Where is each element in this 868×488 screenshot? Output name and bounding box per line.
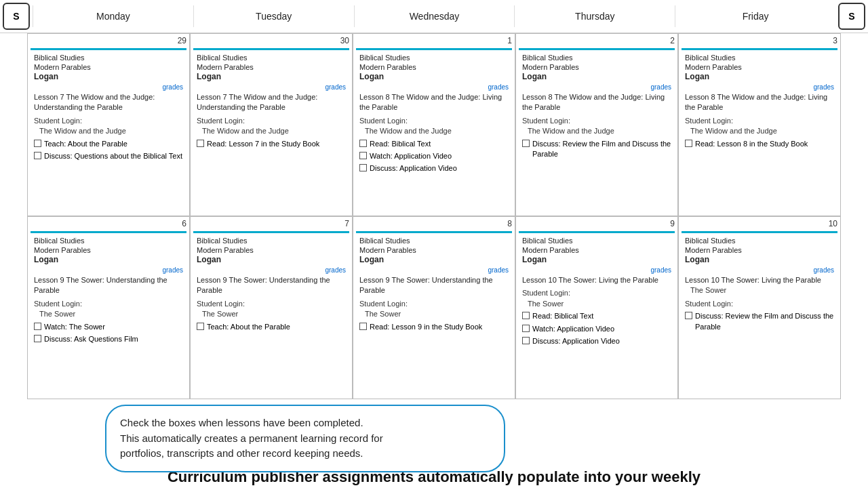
student-fri-w1: Logan: [685, 72, 709, 81]
grades-fri-w1[interactable]: grades: [813, 83, 834, 92]
checkbox-mon-w2-0[interactable]: [34, 323, 41, 330]
lesson-fri-w1: Lesson 8 The Widow and the Judge: Living…: [685, 92, 834, 113]
date-mon-w1: 29: [28, 34, 189, 47]
grades-tue-w2[interactable]: grades: [325, 266, 346, 275]
grades-tue-w1[interactable]: grades: [325, 83, 346, 92]
date-tue-w2: 7: [191, 217, 352, 230]
course-fri-w1: Biblical StudiesModern ParablesLogan: [685, 53, 834, 83]
lesson-fri-w2: Lesson 10 The Sower: Living the Parable: [685, 275, 834, 285]
week-2-days: 6 Biblical StudiesModern ParablesLogan g…: [27, 216, 841, 399]
login-label-fri-w2: Student Login:: [685, 299, 834, 309]
task-fri-w2-0: Discuss: Review the Film and Discuss the…: [685, 311, 834, 332]
date-thu-w2: 9: [516, 217, 677, 230]
thursday-header: Thursday: [514, 5, 675, 27]
grades-thu-w2[interactable]: grades: [650, 266, 671, 275]
task-thu-w2-1: Watch: Application Video: [522, 324, 671, 334]
cell-mon-w2: 6 Biblical StudiesModern ParablesLogan g…: [27, 216, 190, 399]
lesson-tue-w1: Lesson 7 The Widow and the Judge: Unders…: [197, 92, 346, 113]
grades-thu-w1[interactable]: grades: [650, 83, 671, 92]
course-fri-w2: Biblical StudiesModern ParablesLogan: [685, 236, 834, 266]
login-label-fri-w1: Student Login:: [685, 116, 834, 126]
grades-wed-w1[interactable]: grades: [488, 83, 509, 92]
checkbox-thu-w2-2[interactable]: [522, 337, 530, 344]
grades-mon-w2[interactable]: grades: [162, 266, 183, 275]
login-val-tue-w2: The Sower: [202, 309, 346, 319]
cell-mon-w1: 29 Biblical StudiesModern ParablesLogan …: [27, 33, 190, 216]
card-wed-w1: Biblical StudiesModern ParablesLogan gra…: [356, 48, 512, 177]
card-fri-w1: Biblical StudiesModern ParablesLogan gra…: [682, 48, 837, 152]
card-mon-w1: Biblical StudiesModern ParablesLogan gra…: [31, 48, 186, 165]
student-wed-w1: Logan: [359, 72, 384, 81]
checkbox-tue-w2-0[interactable]: [197, 323, 204, 330]
cell-wed-w2: 8 Biblical StudiesModern ParablesLogan g…: [353, 216, 515, 399]
student-thu-w1: Logan: [522, 72, 547, 81]
checkbox-fri-w1-0[interactable]: [685, 140, 692, 147]
date-thu-w1: 2: [516, 34, 677, 47]
card-thu-w1: Biblical StudiesModern ParablesLogan gra…: [519, 48, 675, 163]
checkbox-mon-w1-1[interactable]: [34, 152, 41, 159]
grades-mon-w1[interactable]: grades: [162, 83, 183, 92]
login-val-mon-w1: The Widow and the Judge: [39, 126, 183, 136]
checkbox-mon-w2-1[interactable]: [34, 335, 41, 342]
cell-tue-w1: 30 Biblical StudiesModern ParablesLogan …: [190, 33, 353, 216]
task-tue-w2-0: Teach: About the Parable: [197, 322, 346, 332]
checkbox-thu-w1-0[interactable]: [522, 140, 530, 147]
date-mon-w2: 6: [28, 217, 189, 230]
week-2: 6 Biblical StudiesModern ParablesLogan g…: [0, 216, 868, 399]
checkbox-thu-w2-1[interactable]: [522, 325, 530, 332]
date-wed-w2: 8: [353, 217, 515, 230]
login-label-tue-w1: Student Login:: [197, 116, 346, 126]
grades-fri-w2[interactable]: grades: [813, 266, 834, 275]
login-val-wed-w2: The Sower: [365, 309, 509, 319]
course-tue-w2: Biblical StudiesModern ParablesLogan: [197, 236, 346, 266]
course-wed-w2: Biblical StudiesModern ParablesLogan: [359, 236, 509, 266]
login-val-thu-w2: The Sower: [528, 299, 671, 309]
course-thu-w2: Biblical StudiesModern ParablesLogan: [522, 236, 671, 266]
checkbox-wed-w1-2[interactable]: [359, 164, 367, 171]
tuesday-header: Tuesday: [193, 5, 354, 27]
day-headers: Monday Tuesday Wednesday Thursday Friday: [33, 5, 835, 27]
checkbox-wed-w1-0[interactable]: [359, 140, 367, 147]
task-mon-w2-0: Watch: The Sower: [34, 322, 183, 332]
student-fri-w2: Logan: [685, 255, 709, 264]
cell-wed-w1: 1 Biblical StudiesModern ParablesLogan g…: [353, 33, 515, 216]
grades-wed-w2[interactable]: grades: [488, 266, 509, 275]
checkbox-fri-w2-0[interactable]: [685, 312, 692, 319]
lesson-thu-w1: Lesson 8 The Widow and the Judge: Living…: [522, 92, 671, 113]
student-wed-w2: Logan: [359, 255, 384, 264]
s-left-button[interactable]: S: [3, 3, 30, 30]
course-tue-w1: Biblical StudiesModern ParablesLogan: [197, 53, 346, 83]
task-thu-w1-0: Discuss: Review the Film and Discuss the…: [522, 139, 671, 160]
checkbox-mon-w1-0[interactable]: [34, 140, 41, 147]
monday-header: Monday: [33, 5, 193, 27]
date-tue-w1: 30: [191, 34, 352, 47]
checkbox-wed-w2-0[interactable]: [359, 323, 367, 330]
login-val-wed-w1: The Widow and the Judge: [365, 126, 509, 136]
card-wed-w2: Biblical StudiesModern ParablesLogan gra…: [356, 231, 512, 335]
wednesday-header: Wednesday: [354, 5, 515, 27]
s-right-button[interactable]: S: [838, 3, 865, 30]
student-mon-w2: Logan: [34, 255, 58, 264]
task-mon-w1-1: Discuss: Questions about the Biblical Te…: [34, 151, 183, 161]
login-label-mon-w2: Student Login:: [34, 299, 183, 309]
login-label-wed-w1: Student Login:: [359, 116, 509, 126]
lesson-wed-w2: Lesson 9 The Sower: Understanding the Pa…: [359, 275, 509, 296]
bottom-section: Check the boxes when lessons have been c…: [0, 399, 868, 488]
checkbox-thu-w2-0[interactable]: [522, 312, 530, 319]
course-mon-w1: Biblical StudiesModern ParablesLogan: [34, 53, 183, 83]
lesson-thu-w2: Lesson 10 The Sower: Living the Parable: [522, 275, 671, 285]
checkbox-wed-w1-1[interactable]: [359, 152, 367, 159]
card-thu-w2: Biblical StudiesModern ParablesLogan gra…: [519, 231, 675, 350]
checkbox-tue-w1-0[interactable]: [197, 140, 204, 147]
task-mon-w1-0: Teach: About the Parable: [34, 139, 183, 149]
task-fri-w1-0: Read: Lesson 8 in the Study Book: [685, 139, 834, 149]
date-fri-w2: 10: [679, 217, 840, 230]
login-val-mon-w2: The Sower: [39, 309, 183, 319]
cell-thu-w1: 2 Biblical StudiesModern ParablesLogan g…: [515, 33, 678, 216]
cell-thu-w2: 9 Biblical StudiesModern ParablesLogan g…: [515, 216, 678, 399]
lesson-mon-w1: Lesson 7 The Widow and the Judge: Unders…: [34, 92, 183, 113]
calendar-header: S Monday Tuesday Wednesday Thursday Frid…: [0, 0, 868, 33]
tooltip-bubble: Check the boxes when lessons have been c…: [105, 405, 505, 472]
login-val-fri-w1: The Widow and the Judge: [690, 126, 834, 136]
friday-header: Friday: [675, 5, 835, 27]
